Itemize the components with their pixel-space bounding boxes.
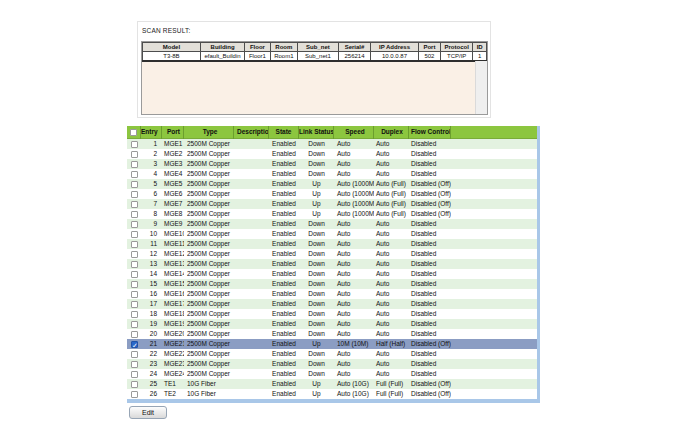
row-checkbox-TE1[interactable] [131, 381, 138, 388]
type-cell: 2500M Copper [184, 269, 234, 279]
row-checkbox-MGE20[interactable] [131, 331, 138, 338]
port-row-MGE15[interactable]: 15MGE152500M CopperEnabledDownAutoAutoDi… [127, 279, 540, 289]
port-row-MGE9[interactable]: 9MGE92500M CopperEnabledDownAutoAutoDisa… [127, 219, 540, 229]
edit-button[interactable]: Edit [129, 406, 167, 419]
row-checkbox-MGE17[interactable] [131, 301, 138, 308]
type-cell: 2500M Copper [184, 359, 234, 369]
row-checkbox-cell [127, 249, 141, 259]
port-row-MGE1[interactable]: 1MGE12500M CopperEnabledDownAutoAutoDisa… [127, 139, 540, 149]
state-cell: Enabled [269, 339, 299, 349]
flow-cell: Disabled (Off) [409, 389, 451, 399]
port-row-MGE2[interactable]: 2MGE22500M CopperEnabledDownAutoAutoDisa… [127, 149, 540, 159]
port-row-MGE13[interactable]: 13MGE132500M CopperEnabledDownAutoAutoDi… [127, 259, 540, 269]
speed-cell: Auto [334, 219, 374, 229]
port-row-MGE24[interactable]: 24MGE242500M CopperEnabledDownAutoAutoDi… [127, 369, 540, 379]
link-cell: Down [299, 259, 334, 269]
port-cell: MGE19 [162, 319, 184, 329]
state-cell: Enabled [269, 289, 299, 299]
port-row-MGE14[interactable]: 14MGE142500M CopperEnabledDownAutoAutoDi… [127, 269, 540, 279]
vertical-scrollbar[interactable] [537, 126, 540, 399]
row-checkbox-MGE16[interactable] [131, 291, 138, 298]
port-cell: MGE3 [162, 159, 184, 169]
port-row-MGE3[interactable]: 3MGE32500M CopperEnabledDownAutoAutoDisa… [127, 159, 540, 169]
column-header-speed: Speed [334, 126, 374, 139]
row-checkbox-MGE13[interactable] [131, 261, 138, 268]
link-cell: Up [299, 189, 334, 199]
row-checkbox-MGE12[interactable] [131, 251, 138, 258]
speed-cell: Auto (10G) [334, 379, 374, 389]
type-cell: 2500M Copper [184, 329, 234, 339]
type-cell: 2500M Copper [184, 219, 234, 229]
port-cell: MGE1 [162, 139, 184, 149]
link-cell: Down [299, 299, 334, 309]
row-checkbox-MGE8[interactable] [131, 211, 138, 218]
port-row-MGE19[interactable]: 19MGE192500M CopperEnabledDownAutoAutoDi… [127, 319, 540, 329]
column-header-link-status: Link Status [299, 126, 334, 139]
link-cell: Up [299, 209, 334, 219]
entry-cell: 20 [141, 329, 162, 339]
select-all-checkbox[interactable] [130, 129, 137, 136]
port-row-MGE6[interactable]: 6MGE62500M CopperEnabledUpAuto (1000M)Au… [127, 189, 540, 199]
speed-cell: Auto [334, 369, 374, 379]
port-row-MGE8[interactable]: 8MGE82500M CopperEnabledUpAuto (1000M)Au… [127, 209, 540, 219]
entry-cell: 9 [141, 219, 162, 229]
port-row-MGE5[interactable]: 5MGE52500M CopperEnabledUpAuto (1000M)Au… [127, 179, 540, 189]
state-cell: Enabled [269, 359, 299, 369]
port-row-TE1[interactable]: 25TE110G FiberEnabledUpAuto (10G)Full (F… [127, 379, 540, 389]
port-row-MGE4[interactable]: 4MGE42500M CopperEnabledDownAutoAutoDisa… [127, 169, 540, 179]
row-checkbox-MGE1[interactable] [131, 141, 138, 148]
row-checkbox-MGE4[interactable] [131, 171, 138, 178]
row-checkbox-MGE10[interactable] [131, 231, 138, 238]
port-row-TE2[interactable]: 26TE210G FiberEnabledUpAuto (10G)Full (F… [127, 389, 540, 399]
row-checkbox-MGE24[interactable] [131, 371, 138, 378]
row-checkbox-MGE7[interactable] [131, 201, 138, 208]
port-row-MGE16[interactable]: 16MGE162500M CopperEnabledDownAutoAutoDi… [127, 289, 540, 299]
entry-cell: 14 [141, 269, 162, 279]
port-row-MGE12[interactable]: 12MGE122500M CopperEnabledDownAutoAutoDi… [127, 249, 540, 259]
scan-vertical-scrollbar-track[interactable] [475, 61, 487, 114]
link-cell: Up [299, 389, 334, 399]
scan-result-row[interactable]: T3-8Befault_BuildinFloor1Room1Sub_net125… [143, 52, 487, 62]
type-cell: 10G Fiber [184, 389, 234, 399]
type-cell: 2500M Copper [184, 349, 234, 359]
port-row-MGE21[interactable]: 21MGE212500M CopperEnabledUp10M (10M)Hal… [127, 339, 540, 349]
port-row-MGE20[interactable]: 20MGE202500M CopperEnabledDownAutoAutoDi… [127, 329, 540, 339]
speed-cell: Auto [334, 139, 374, 149]
row-checkbox-MGE11[interactable] [131, 241, 138, 248]
port-row-MGE18[interactable]: 18MGE182500M CopperEnabledDownAutoAutoDi… [127, 309, 540, 319]
row-checkbox-TE2[interactable] [131, 391, 138, 398]
port-row-MGE22[interactable]: 22MGE222500M CopperEnabledDownAutoAutoDi… [127, 349, 540, 359]
duplex-cell: Auto [374, 359, 409, 369]
type-cell: 2500M Copper [184, 299, 234, 309]
row-checkbox-MGE22[interactable] [131, 351, 138, 358]
row-checkbox-MGE2[interactable] [131, 151, 138, 158]
link-cell: Down [299, 329, 334, 339]
scan-cell: 10.0.0.87 [371, 52, 419, 62]
port-row-MGE11[interactable]: 11MGE112500M CopperEnabledDownAutoAutoDi… [127, 239, 540, 249]
duplex-cell: Auto [374, 299, 409, 309]
port-row-MGE17[interactable]: 17MGE172500M CopperEnabledDownAutoAutoDi… [127, 299, 540, 309]
port-row-MGE23[interactable]: 23MGE232500M CopperEnabledDownAutoAutoDi… [127, 359, 540, 369]
entry-cell: 10 [141, 229, 162, 239]
state-cell: Enabled [269, 369, 299, 379]
speed-cell: Auto (10G) [334, 389, 374, 399]
row-checkbox-MGE9[interactable] [131, 221, 138, 228]
row-checkbox-MGE3[interactable] [131, 161, 138, 168]
scan-result-table: ModelBuildingFloorRoomSub_netSerial#IP A… [142, 42, 487, 62]
entry-cell: 25 [141, 379, 162, 389]
row-checkbox-MGE23[interactable] [131, 361, 138, 368]
row-checkbox-MGE6[interactable] [131, 191, 138, 198]
row-checkbox-MGE21[interactable] [131, 341, 138, 348]
port-row-MGE7[interactable]: 7MGE72500M CopperEnabledUpAuto (1000M)Au… [127, 199, 540, 209]
type-cell: 2500M Copper [184, 169, 234, 179]
row-checkbox-MGE19[interactable] [131, 321, 138, 328]
row-checkbox-MGE18[interactable] [131, 311, 138, 318]
flow-cell: Disabled (Off) [409, 189, 451, 199]
flow-cell: Disabled [409, 329, 451, 339]
link-cell: Down [299, 239, 334, 249]
horizontal-scrollbar[interactable] [127, 399, 540, 403]
row-checkbox-MGE5[interactable] [131, 181, 138, 188]
port-row-MGE10[interactable]: 10MGE102500M CopperEnabledDownAutoAutoDi… [127, 229, 540, 239]
row-checkbox-MGE15[interactable] [131, 281, 138, 288]
row-checkbox-MGE14[interactable] [131, 271, 138, 278]
